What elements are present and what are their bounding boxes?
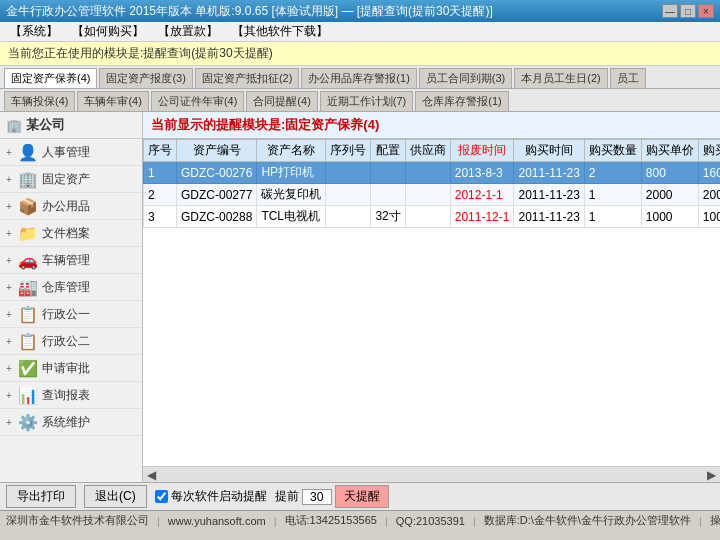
tab-employee[interactable]: 员工 <box>610 68 646 88</box>
tab-bar-row2: 车辆投保(4) 车辆年审(4) 公司证件年审(4) 合同提醒(4) 近期工作计划… <box>0 89 720 112</box>
status-bar: 深圳市金牛软件技术有限公司 | www.yuhansoft.com | 电话:1… <box>0 510 720 530</box>
menu-pay[interactable]: 【放置款】 <box>152 22 224 41</box>
sidebar-item-admin2[interactable]: + 📋 行政公二 <box>0 328 142 355</box>
sidebar-item-fixed-asset[interactable]: + 🏢 固定资产 <box>0 166 142 193</box>
export-print-button[interactable]: 导出打印 <box>6 485 76 508</box>
admin1-icon: 📋 <box>18 304 38 324</box>
sidebar-item-file[interactable]: + 📁 文件档案 <box>0 220 142 247</box>
expand-icon: + <box>6 363 12 374</box>
days-input[interactable] <box>302 489 332 505</box>
sidebar: 🏢 某公司 + 👤 人事管理 + 🏢 固定资产 + 📦 办公用品 + 📁 文件档… <box>0 112 143 482</box>
tab-warehouse-warn[interactable]: 仓库库存警报(1) <box>415 91 508 111</box>
col-supplier: 供应商 <box>405 140 450 162</box>
table-row[interactable]: 1GDZC-00276HP打印机2013-8-32011-11-23280016… <box>144 162 721 184</box>
minimize-button[interactable]: — <box>662 4 678 18</box>
table-cell <box>405 206 450 228</box>
tab-employee-birthday[interactable]: 本月员工生日(2) <box>514 68 607 88</box>
table-cell: 2011-12-1 <box>450 206 514 228</box>
expand-icon: + <box>6 201 12 212</box>
status-qq: QQ:21035391 <box>396 515 465 527</box>
sidebar-item-system[interactable]: + ⚙️ 系统维护 <box>0 409 142 436</box>
menu-system[interactable]: 【系统】 <box>4 22 64 41</box>
table-cell: TCL电视机 <box>257 206 326 228</box>
vehicle-icon: 🚗 <box>18 250 38 270</box>
table-cell: GDZC-00288 <box>177 206 257 228</box>
tab-work-plan[interactable]: 近期工作计划(7) <box>320 91 413 111</box>
scroll-bar[interactable]: ◀ ▶ <box>143 466 720 482</box>
status-operator: 操作员:管理员 <box>710 513 720 528</box>
tab-fixed-asset-maintain[interactable]: 固定资产保养(4) <box>4 68 97 88</box>
expand-icon: + <box>6 282 12 293</box>
table-area[interactable]: 序号 资产编号 资产名称 序列号 配置 供应商 报废时间 购买时间 购买数量 购… <box>143 139 720 466</box>
table-cell: 1 <box>584 206 641 228</box>
title-text: 金牛行政办公管理软件 2015年版本 单机版:9.0.65 [体验试用版] — … <box>6 3 662 20</box>
expand-icon: + <box>6 309 12 320</box>
system-icon: ⚙️ <box>18 412 38 432</box>
table-cell: 800 <box>641 162 698 184</box>
close-button[interactable]: × <box>698 4 714 18</box>
startup-remind-checkbox[interactable] <box>155 490 168 503</box>
tab-company-cert[interactable]: 公司证件年审(4) <box>151 91 244 111</box>
data-table: 序号 资产编号 资产名称 序列号 配置 供应商 报废时间 购买时间 购买数量 购… <box>143 139 720 228</box>
col-code: 资产编号 <box>177 140 257 162</box>
expand-icon: + <box>6 336 12 347</box>
table-cell: 2011-11-23 <box>514 206 584 228</box>
exit-button[interactable]: 退出(C) <box>84 485 147 508</box>
maximize-button[interactable]: □ <box>680 4 696 18</box>
window-buttons: — □ × <box>662 4 714 18</box>
sidebar-item-admin1[interactable]: + 📋 行政公一 <box>0 301 142 328</box>
report-icon: 📊 <box>18 385 38 405</box>
col-buy-date: 购买时间 <box>514 140 584 162</box>
status-company: 深圳市金牛软件技术有限公司 <box>6 513 149 528</box>
title-bar: 金牛行政办公管理软件 2015年版本 单机版:9.0.65 [体验试用版] — … <box>0 0 720 22</box>
table-cell: HP打印机 <box>257 162 326 184</box>
col-qty: 购买数量 <box>584 140 641 162</box>
tab-contract-remind[interactable]: 合同提醒(4) <box>246 91 317 111</box>
warehouse-label: 仓库管理 <box>42 279 90 296</box>
table-cell: 2 <box>144 184 177 206</box>
sidebar-item-office-supply[interactable]: + 📦 办公用品 <box>0 193 142 220</box>
scroll-right[interactable]: ▶ <box>707 468 716 482</box>
table-cell: 3 <box>144 206 177 228</box>
menu-other[interactable]: 【其他软件下载】 <box>226 22 334 41</box>
sidebar-item-vehicle[interactable]: + 🚗 车辆管理 <box>0 247 142 274</box>
sidebar-item-approval[interactable]: + ✅ 申请审批 <box>0 355 142 382</box>
table-cell: 1600 <box>698 162 720 184</box>
table-cell: 32寸 <box>371 206 405 228</box>
table-row[interactable]: 3GDZC-00288TCL电视机32寸2011-12-12011-11-231… <box>144 206 721 228</box>
sidebar-item-warehouse[interactable]: + 🏭 仓库管理 <box>0 274 142 301</box>
tab-vehicle-insurance[interactable]: 车辆投保(4) <box>4 91 75 111</box>
table-cell: 2000 <box>698 184 720 206</box>
menu-buy[interactable]: 【如何购买】 <box>66 22 150 41</box>
tab-office-supply-warn[interactable]: 办公用品库存警报(1) <box>301 68 416 88</box>
remind-prefix: 提前 <box>275 488 299 505</box>
col-serial: 序列号 <box>326 140 371 162</box>
checkbox-label: 每次软件启动提醒 <box>171 488 267 505</box>
table-cell: 2011-11-23 <box>514 184 584 206</box>
tab-fixed-asset-report[interactable]: 固定资产报度(3) <box>99 68 192 88</box>
tab-fixed-asset-deduct[interactable]: 固定资产抵扣征(2) <box>195 68 299 88</box>
table-cell <box>405 184 450 206</box>
table-cell: 1 <box>584 184 641 206</box>
company-name: 🏢 某公司 <box>0 112 142 139</box>
table-row[interactable]: 2GDZC-00277碳光复印机2012-1-12011-11-23120002… <box>144 184 721 206</box>
table-cell <box>371 184 405 206</box>
no-remind-button[interactable]: 天提醒 <box>335 485 389 508</box>
sidebar-item-report[interactable]: + 📊 查询报表 <box>0 382 142 409</box>
table-cell: 2012-1-1 <box>450 184 514 206</box>
sidebar-item-hr[interactable]: + 👤 人事管理 <box>0 139 142 166</box>
expand-icon: + <box>6 174 12 185</box>
expand-icon: + <box>6 228 12 239</box>
admin1-label: 行政公一 <box>42 306 90 323</box>
hr-icon: 👤 <box>18 142 38 162</box>
warehouse-icon: 🏭 <box>18 277 38 297</box>
file-label: 文件档案 <box>42 225 90 242</box>
tab-employee-contract[interactable]: 员工合同到期(3) <box>419 68 512 88</box>
tab-vehicle-annual[interactable]: 车辆年审(4) <box>77 91 148 111</box>
office-supply-label: 办公用品 <box>42 198 90 215</box>
expand-icon: + <box>6 417 12 428</box>
scroll-left[interactable]: ◀ <box>147 468 156 482</box>
table-cell <box>371 162 405 184</box>
col-total: 购买金额 <box>698 140 720 162</box>
table-cell <box>326 184 371 206</box>
